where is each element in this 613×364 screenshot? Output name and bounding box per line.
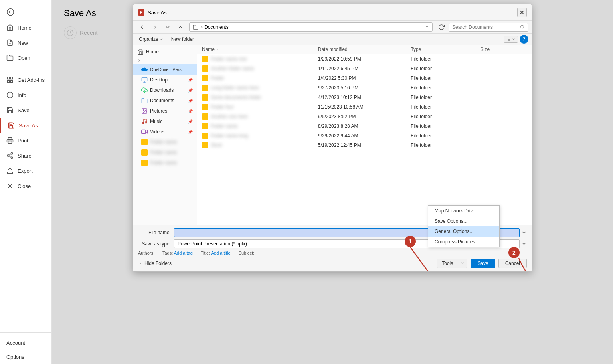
sidebar-item-share[interactable]: Share bbox=[0, 148, 51, 163]
sidebar-item-open[interactable]: Open bbox=[0, 50, 51, 65]
table-row[interactable]: Folder name 8/29/2023 8:28 AM File folde… bbox=[197, 121, 532, 131]
table-row[interactable]: Another folder name 1/11/2022 6:45 PM Fi… bbox=[197, 64, 532, 73]
search-input[interactable] bbox=[452, 24, 518, 30]
nav-item-music[interactable]: Music 📌 bbox=[133, 116, 197, 127]
sidebar-item-account[interactable]: Account bbox=[0, 336, 51, 350]
sidebar-item-addins[interactable]: Get Add-ins bbox=[0, 72, 51, 87]
view-button[interactable] bbox=[504, 36, 518, 43]
forward-button[interactable] bbox=[149, 23, 160, 32]
file-date: 9/29/2022 9:44 AM bbox=[318, 133, 411, 138]
tools-dropdown-button[interactable] bbox=[458, 259, 467, 268]
nav-item-documents[interactable]: Documents 📌 bbox=[133, 95, 197, 106]
nav-item-extra2[interactable]: Folder name bbox=[133, 147, 197, 158]
sidebar-item-new[interactable]: New bbox=[0, 35, 51, 50]
file-type: File folder bbox=[411, 95, 480, 100]
tools-button[interactable]: Tools bbox=[437, 259, 458, 268]
file-name: Long folder name here bbox=[211, 85, 259, 91]
nav-item-videos[interactable]: Videos 📌 bbox=[133, 127, 197, 137]
nav-item-desktop[interactable]: Desktop 📌 bbox=[133, 75, 197, 85]
table-row[interactable]: Folder name long 9/29/2022 9:44 AM File … bbox=[197, 131, 532, 140]
svg-point-35 bbox=[142, 122, 144, 124]
sidebar-item-save-as[interactable]: Save As bbox=[0, 118, 51, 133]
address-bar[interactable]: > Documents bbox=[189, 22, 433, 32]
file-type: File folder bbox=[411, 56, 480, 62]
dialog-close-button[interactable]: ✕ bbox=[517, 8, 527, 17]
annotation-circle-1: 1 bbox=[405, 236, 416, 247]
cancel-button[interactable]: Cancel bbox=[498, 259, 527, 268]
nav-item-extra3[interactable]: Folder name bbox=[133, 158, 197, 168]
nav-item-label: Downloads bbox=[150, 87, 174, 93]
tools-button-group: Tools bbox=[437, 259, 467, 268]
nav-item-label: Home bbox=[146, 49, 159, 55]
sidebar-item-print[interactable]: Print bbox=[0, 133, 51, 148]
col-name-header[interactable]: Name bbox=[202, 47, 318, 52]
sidebar-item-home[interactable]: Home bbox=[0, 20, 51, 35]
sidebar-divider bbox=[0, 69, 51, 69]
new-icon bbox=[6, 39, 14, 46]
file-date: 5/19/2022 12:45 PM bbox=[318, 142, 411, 148]
table-row[interactable]: Short 5/19/2022 12:45 PM File folder bbox=[197, 140, 532, 150]
add-tag-link[interactable]: Add a tag bbox=[174, 251, 193, 255]
nav-item-onedrive[interactable]: OneDrive - Pers bbox=[133, 64, 197, 75]
search-bar[interactable] bbox=[449, 23, 528, 32]
svg-rect-5 bbox=[11, 77, 13, 79]
folder-icon bbox=[202, 104, 208, 110]
organize-button[interactable]: Organize bbox=[136, 35, 166, 43]
file-type: File folder bbox=[411, 75, 480, 81]
sidebar-item-options[interactable]: Options bbox=[0, 350, 51, 364]
file-name: Folder bbox=[211, 75, 224, 81]
svg-point-12 bbox=[11, 153, 13, 155]
footer-meta-row: Authors: Tags: Add a tag Title: Add a ti… bbox=[138, 251, 527, 255]
table-row[interactable]: Folder 1/4/2022 5:30 PM File folder bbox=[197, 73, 532, 83]
sidebar-item-export[interactable]: Export bbox=[0, 163, 51, 178]
table-row[interactable]: Folder name one 1/29/2022 10:59 PM File … bbox=[197, 54, 532, 64]
help-button[interactable]: ? bbox=[520, 35, 528, 44]
music-icon bbox=[141, 118, 148, 125]
close-nav-icon bbox=[6, 182, 14, 190]
save-button[interactable]: Save bbox=[471, 259, 495, 268]
tools-menu-item-map-drive[interactable]: Map Network Drive... bbox=[428, 206, 499, 216]
nav-item-label: Desktop bbox=[150, 77, 168, 83]
table-row[interactable]: Another one here 9/5/2023 8:52 PM File f… bbox=[197, 112, 532, 121]
nav-item-home[interactable]: Home bbox=[133, 47, 197, 57]
file-date: 1/29/2022 10:59 PM bbox=[318, 56, 411, 62]
table-row[interactable]: Long folder name here 9/27/2023 5:16 PM … bbox=[197, 83, 532, 93]
table-row[interactable]: Some documents folder 4/12/2023 10:12 PM… bbox=[197, 93, 532, 102]
file-name: Folder four bbox=[211, 104, 234, 110]
sidebar-item-save[interactable]: Save bbox=[0, 103, 51, 118]
file-name-label: File name: bbox=[138, 230, 174, 235]
sidebar-item-info[interactable]: Info bbox=[0, 87, 51, 103]
nav-item-downloads[interactable]: Downloads 📌 bbox=[133, 85, 197, 95]
folder-icon-sm bbox=[141, 139, 148, 145]
up-button[interactable] bbox=[175, 23, 186, 32]
pin-icon: 📌 bbox=[188, 99, 193, 103]
back-button[interactable] bbox=[136, 23, 148, 32]
back-button[interactable] bbox=[0, 4, 51, 20]
tools-menu-item-compress-pictures[interactable]: Compress Pictures... bbox=[428, 237, 499, 247]
tools-menu-item-save-options[interactable]: Save Options... bbox=[428, 216, 499, 226]
add-title-link[interactable]: Add a title bbox=[211, 251, 231, 255]
table-row[interactable]: Folder four 11/15/2023 10:58 AM File fol… bbox=[197, 102, 532, 112]
action-right: ? bbox=[504, 35, 528, 44]
folder-icon bbox=[202, 75, 208, 81]
nav-item-label-blurred: Folder name bbox=[150, 139, 177, 145]
svg-rect-11 bbox=[8, 141, 12, 144]
nav-item-extra1[interactable]: Folder name bbox=[133, 137, 197, 147]
home-icon bbox=[6, 24, 14, 31]
downloads-icon bbox=[141, 87, 148, 93]
dialog-actionbar: Organize New folder ? bbox=[133, 34, 532, 45]
sidebar-item-label: New bbox=[18, 40, 28, 46]
refresh-button[interactable] bbox=[436, 23, 447, 32]
dropdown-button[interactable] bbox=[162, 23, 173, 32]
tools-menu-item-general-options[interactable]: General Options... bbox=[428, 226, 499, 237]
nav-item-pictures[interactable]: Pictures 📌 bbox=[133, 106, 197, 116]
desktop-icon bbox=[141, 77, 148, 83]
documents-icon bbox=[141, 97, 148, 104]
pin-icon: 📌 bbox=[188, 109, 193, 113]
sidebar-item-close[interactable]: Close bbox=[0, 178, 51, 194]
file-list-header: Name Date modified Type Size bbox=[197, 45, 532, 54]
new-folder-button[interactable]: New folder bbox=[169, 35, 196, 43]
file-date: 9/27/2023 5:16 PM bbox=[318, 85, 411, 91]
hide-folders-button[interactable]: Hide Folders bbox=[138, 261, 172, 266]
folder-icon bbox=[202, 94, 208, 101]
